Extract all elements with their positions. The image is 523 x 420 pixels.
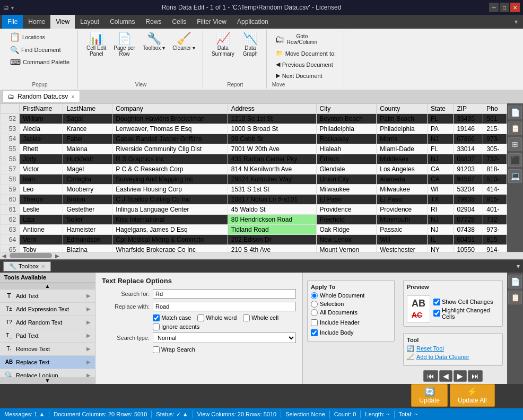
- wrap-search-input[interactable]: [153, 346, 160, 353]
- table-cell[interactable]: Miami-Dade: [377, 144, 428, 154]
- table-cell[interactable]: 94587: [454, 174, 483, 185]
- scroll-left-btn[interactable]: ◀: [0, 253, 8, 259]
- table-cell[interactable]: 435 Raritan Center Pky: [228, 154, 316, 164]
- nav-prev-btn[interactable]: ◀: [439, 370, 452, 382]
- table-cell[interactable]: 561-: [483, 114, 507, 124]
- table-cell[interactable]: Middlesex: [377, 154, 428, 164]
- table-cell[interactable]: 510-: [483, 174, 507, 185]
- table-cell[interactable]: Mount Vernon: [316, 245, 377, 252]
- table-cell[interactable]: Inlingua Language Center: [112, 205, 228, 215]
- tool-add-random-text[interactable]: T? Add Random Text ▶: [0, 316, 95, 329]
- table-cell[interactable]: El Paso: [377, 195, 428, 205]
- table-cell[interactable]: 19146: [454, 124, 483, 134]
- table-cell[interactable]: NJ: [428, 215, 454, 225]
- table-row[interactable]: 60TheronBrutonC J Scallop Cutting Co Inc…: [1, 195, 507, 205]
- table-cell[interactable]: Vern: [20, 235, 63, 245]
- table-cell[interactable]: 732-: [483, 154, 507, 164]
- table-cell[interactable]: William: [20, 114, 63, 124]
- table-cell[interactable]: 99 Cobb St: [228, 134, 316, 144]
- include-header-checkbox[interactable]: Include Header: [311, 319, 391, 326]
- show-cell-changes-checkbox[interactable]: Show Cell Changes: [433, 299, 499, 305]
- table-cell[interactable]: Palm Beach: [377, 114, 428, 124]
- sidebar-icon-terminal[interactable]: 💻: [508, 169, 522, 183]
- table-cell[interactable]: Leo: [20, 185, 63, 195]
- next-document-button[interactable]: ▶ Next Document: [272, 71, 326, 81]
- table-cell[interactable]: FL: [428, 144, 454, 154]
- doc-tab-random-data[interactable]: 🗂 Random Data.csv ×: [2, 91, 80, 102]
- table-cell[interactable]: FL: [428, 114, 454, 124]
- update-button[interactable]: 🔄 Update: [411, 384, 448, 407]
- table-cell[interactable]: 29524 Kohoutek Way: [228, 174, 316, 185]
- table-cell[interactable]: Tidland Road: [228, 225, 316, 235]
- table-cell[interactable]: New Lenox: [316, 235, 377, 245]
- table-cell[interactable]: 10550: [454, 245, 483, 252]
- table-cell[interactable]: Morris: [377, 134, 428, 144]
- all-documents-radio[interactable]: All Documents: [311, 309, 391, 316]
- scroll-right-btn[interactable]: ▶: [53, 253, 62, 259]
- table-cell[interactable]: Mooberry: [63, 185, 112, 195]
- find-document-button[interactable]: 🔍 Find Document: [6, 44, 65, 56]
- table-cell[interactable]: 973-: [483, 225, 507, 235]
- update-all-button[interactable]: ⚡ Update All: [450, 384, 495, 407]
- table-row[interactable]: 59LeoMooberryEastview Housing Corp1531 S…: [1, 185, 507, 195]
- table-cell[interactable]: 818-: [483, 164, 507, 174]
- table-cell[interactable]: Hameister: [63, 225, 112, 235]
- table-cell[interactable]: 80 Hendrickson Road: [228, 215, 316, 225]
- table-cell[interactable]: Boynton Beach: [316, 114, 377, 124]
- whole-cell-checkbox[interactable]: Whole cell: [243, 314, 278, 321]
- whole-cell-input[interactable]: [243, 314, 250, 321]
- nav-last-btn[interactable]: ⏭: [468, 370, 483, 382]
- search-for-input[interactable]: [153, 289, 296, 299]
- table-cell[interactable]: 401-: [483, 205, 507, 215]
- toolbox-tab[interactable]: 🔧 Toolbox ✕: [3, 261, 51, 272]
- table-cell[interactable]: 215-: [483, 124, 507, 134]
- menu-file[interactable]: File: [2, 15, 23, 29]
- table-cell[interactable]: 414-: [483, 185, 507, 195]
- table-cell[interactable]: WI: [428, 185, 454, 195]
- table-row[interactable]: 55RhettMalenaRiverside Community Cllg Di…: [1, 144, 507, 154]
- table-cell[interactable]: El Paso: [316, 195, 377, 205]
- table-cell[interactable]: NJ: [428, 134, 454, 144]
- table-cell[interactable]: 45 Waldo St: [228, 205, 316, 215]
- table-cell[interactable]: Hagelgans, James D Esq: [112, 225, 228, 235]
- table-cell[interactable]: 210 S 4th Ave: [228, 245, 316, 252]
- table-cell[interactable]: Theron: [20, 195, 63, 205]
- table-cell[interactable]: P C & C Research Corp: [112, 164, 228, 174]
- toolbox-icon-2[interactable]: 📋: [508, 291, 522, 304]
- previous-document-button[interactable]: ◀ Previous Document: [272, 59, 337, 69]
- table-cell[interactable]: 914-: [483, 245, 507, 252]
- tool-add-expression-text[interactable]: T± Add Expression Text ▶: [0, 303, 95, 316]
- table-cell[interactable]: Malena: [63, 144, 112, 154]
- table-cell[interactable]: 1000 S Broad St: [228, 124, 316, 134]
- toolbox-collapse-btn[interactable]: ▾: [517, 262, 520, 270]
- match-case-input[interactable]: [153, 314, 160, 321]
- replace-with-input[interactable]: [153, 302, 296, 311]
- table-cell[interactable]: 79935: [454, 195, 483, 205]
- ignore-accents-input[interactable]: [153, 323, 160, 330]
- table-cell[interactable]: Passaic: [377, 225, 428, 235]
- table-cell[interactable]: 02904: [454, 205, 483, 215]
- toolbox-tab-close-icon[interactable]: ✕: [41, 264, 45, 269]
- selection-radio[interactable]: Selection: [311, 301, 391, 308]
- cleaner-button[interactable]: 🧹 Cleaner ▾: [169, 31, 198, 53]
- table-cell[interactable]: Monmouth: [377, 215, 428, 225]
- table-cell[interactable]: 202 Edison Dr: [228, 235, 316, 245]
- table-cell[interactable]: Wharfside Brokerage Co Inc: [112, 245, 228, 252]
- reset-tool-link[interactable]: 🔄 Reset Tool: [407, 345, 499, 352]
- table-row[interactable]: 58IvanCimagliaSurveying And Mapping Inc2…: [1, 174, 507, 185]
- table-cell[interactable]: 07866: [454, 134, 483, 144]
- table-cell[interactable]: Providence: [377, 205, 428, 215]
- table-cell[interactable]: Oak Ridge: [316, 225, 377, 235]
- ribbon-collapse-btn[interactable]: ▾: [511, 18, 521, 25]
- include-body-checkbox[interactable]: Include Body: [311, 329, 391, 336]
- menu-home[interactable]: Home: [23, 15, 50, 29]
- table-row[interactable]: 53AleciaKranceLenweaver, Thomas E Esq100…: [1, 124, 507, 134]
- table-row[interactable]: 57VictorMagelP C & C Research Corp814 N …: [1, 164, 507, 174]
- table-cell[interactable]: Soller: [63, 215, 112, 225]
- tools-scroll-down[interactable]: ▼: [0, 377, 95, 384]
- table-cell[interactable]: Westchester: [377, 245, 428, 252]
- table-cell[interactable]: R S Graphics Inc: [112, 154, 228, 164]
- table-cell[interactable]: Rhett: [20, 144, 63, 154]
- table-cell[interactable]: Providence: [316, 205, 377, 215]
- tools-scroll-up[interactable]: ▲: [0, 283, 95, 290]
